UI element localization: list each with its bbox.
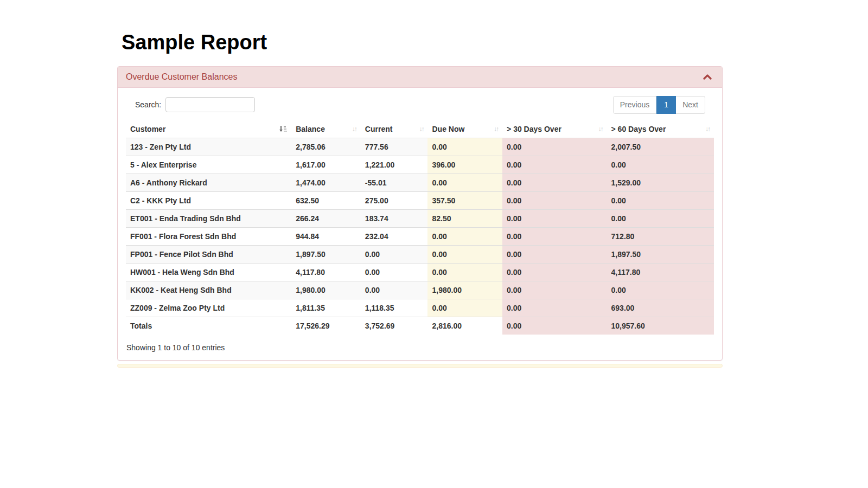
search-label: Search: xyxy=(135,100,161,109)
cell-customer: C2 - KKK Pty Ltd xyxy=(126,192,291,210)
column-label-over60: > 60 Days Over xyxy=(611,125,666,133)
page-number-button[interactable]: 1 xyxy=(656,96,676,114)
cell-over30: 0.00 xyxy=(502,264,607,281)
column-header-customer[interactable]: Customer xyxy=(126,120,291,138)
sort-ascending-active-icon xyxy=(279,125,287,133)
cell-duenow: 357.50 xyxy=(427,192,502,210)
cell-customer: 123 - Zen Pty Ltd xyxy=(126,138,291,156)
page-title: Sample Report xyxy=(122,30,723,56)
sort-both-icon: ↓↑ xyxy=(598,126,603,132)
cell-over60: 4,117.80 xyxy=(607,264,714,281)
panel-body: Search: Previous 1 Next CustomerBalance↓… xyxy=(118,88,722,361)
cell-duenow: 0.00 xyxy=(427,174,502,192)
panel-title: Overdue Customer Balances xyxy=(126,72,237,82)
cell-over60: 2,007.50 xyxy=(607,138,714,156)
cell-current: 232.04 xyxy=(361,228,428,246)
cell-duenow: 0.00 xyxy=(427,228,502,246)
cell-over60: 1,529.00 xyxy=(607,174,714,192)
table-body: 123 - Zen Pty Ltd2,785.06777.560.000.002… xyxy=(126,138,714,335)
column-label-over30: > 30 Days Over xyxy=(507,125,561,133)
column-header-over30[interactable]: > 30 Days Over↓↑ xyxy=(502,120,607,138)
cell-over60: 10,957.60 xyxy=(607,317,714,335)
sort-both-icon: ↓↑ xyxy=(494,126,498,132)
cell-balance: 1,811.35 xyxy=(291,299,361,317)
cell-over30: 0.00 xyxy=(502,156,607,174)
cell-duenow: 2,816.00 xyxy=(427,317,502,335)
search-input[interactable] xyxy=(165,97,255,112)
cell-over30: 0.00 xyxy=(502,299,607,317)
sort-both-icon: ↓↑ xyxy=(352,126,356,132)
previous-page-button[interactable]: Previous xyxy=(613,96,656,114)
cell-current: 275.00 xyxy=(361,192,428,210)
cell-balance: 266.24 xyxy=(291,210,361,228)
table-row: A6 - Anthony Rickard1,474.00-55.010.000.… xyxy=(126,174,714,192)
cell-over60: 712.80 xyxy=(607,228,714,246)
cell-over30: 0.00 xyxy=(502,138,607,156)
cell-current: 1,221.00 xyxy=(361,156,428,174)
cell-over30: 0.00 xyxy=(502,210,607,228)
header-row: CustomerBalance↓↑Current↓↑Due Now↓↑> 30 … xyxy=(126,120,714,138)
column-label-customer: Customer xyxy=(130,125,165,133)
column-label-balance: Balance xyxy=(296,125,325,133)
cell-balance: 1,617.00 xyxy=(291,156,361,174)
entries-status: Showing 1 to 10 of 10 entries xyxy=(126,343,714,352)
cell-current: 183.74 xyxy=(361,210,428,228)
cell-customer: 5 - Alex Enterprise xyxy=(126,156,291,174)
cell-customer: A6 - Anthony Rickard xyxy=(126,174,291,192)
search-control: Search: xyxy=(126,97,255,112)
column-header-duenow[interactable]: Due Now↓↑ xyxy=(427,120,502,138)
collapsed-next-panel[interactable] xyxy=(117,364,723,368)
table-head: CustomerBalance↓↑Current↓↑Due Now↓↑> 30 … xyxy=(126,120,714,138)
cell-current: -55.01 xyxy=(361,174,428,192)
table-row: C2 - KKK Pty Ltd632.50275.00357.500.000.… xyxy=(126,192,714,210)
cell-current: 1,118.35 xyxy=(361,299,428,317)
cell-customer: FP001 - Fence Pilot Sdn Bhd xyxy=(126,246,291,264)
table-row: 5 - Alex Enterprise1,617.001,221.00396.0… xyxy=(126,156,714,174)
cell-balance: 2,785.06 xyxy=(291,138,361,156)
table-row: 123 - Zen Pty Ltd2,785.06777.560.000.002… xyxy=(126,138,714,156)
cell-current: 0.00 xyxy=(361,264,428,281)
cell-current: 777.56 xyxy=(361,138,428,156)
cell-duenow: 82.50 xyxy=(427,210,502,228)
next-page-button[interactable]: Next xyxy=(676,96,705,114)
panel-heading[interactable]: Overdue Customer Balances xyxy=(118,67,722,88)
table-row: ZZ009 - Zelma Zoo Pty Ltd1,811.351,118.3… xyxy=(126,299,714,317)
cell-over30: 0.00 xyxy=(502,281,607,299)
cell-balance: 632.50 xyxy=(291,192,361,210)
cell-balance: 17,526.29 xyxy=(291,317,361,335)
cell-over30: 0.00 xyxy=(502,228,607,246)
sort-both-icon: ↓↑ xyxy=(705,126,710,132)
table-row: KK002 - Keat Heng Sdh Bhd1,980.000.001,9… xyxy=(126,281,714,299)
pagination: Previous 1 Next xyxy=(613,96,705,114)
cell-over30: 0.00 xyxy=(502,192,607,210)
cell-customer: KK002 - Keat Heng Sdh Bhd xyxy=(126,281,291,299)
page: Sample Report Overdue Customer Balances … xyxy=(0,0,868,488)
column-label-duenow: Due Now xyxy=(432,125,464,133)
cell-duenow: 0.00 xyxy=(427,246,502,264)
totals-row: Totals17,526.293,752.692,816.000.0010,95… xyxy=(126,317,714,335)
cell-current: 0.00 xyxy=(361,281,428,299)
cell-over60: 0.00 xyxy=(607,156,714,174)
cell-over60: 693.00 xyxy=(607,299,714,317)
report-container: Sample Report Overdue Customer Balances … xyxy=(117,0,723,368)
table-row: ET001 - Enda Trading Sdn Bhd266.24183.74… xyxy=(126,210,714,228)
column-header-current[interactable]: Current↓↑ xyxy=(361,120,428,138)
cell-customer: HW001 - Hela Weng Sdn Bhd xyxy=(126,264,291,281)
cell-duenow: 396.00 xyxy=(427,156,502,174)
cell-balance: 1,897.50 xyxy=(291,246,361,264)
cell-over60: 0.00 xyxy=(607,192,714,210)
sort-both-icon: ↓↑ xyxy=(419,126,423,132)
cell-over60: 0.00 xyxy=(607,281,714,299)
column-header-over60[interactable]: > 60 Days Over↓↑ xyxy=(607,120,714,138)
cell-over60: 0.00 xyxy=(607,210,714,228)
cell-duenow: 0.00 xyxy=(427,138,502,156)
cell-customer: ET001 - Enda Trading Sdn Bhd xyxy=(126,210,291,228)
collapse-panel-button[interactable] xyxy=(701,73,714,81)
cell-over30: 0.00 xyxy=(502,174,607,192)
table-toolbar: Search: Previous 1 Next xyxy=(126,96,714,114)
column-label-current: Current xyxy=(365,125,393,133)
overdue-balances-table: CustomerBalance↓↑Current↓↑Due Now↓↑> 30 … xyxy=(126,120,714,335)
table-row: HW001 - Hela Weng Sdn Bhd4,117.800.000.0… xyxy=(126,264,714,281)
column-header-balance[interactable]: Balance↓↑ xyxy=(291,120,361,138)
cell-current: 0.00 xyxy=(361,246,428,264)
